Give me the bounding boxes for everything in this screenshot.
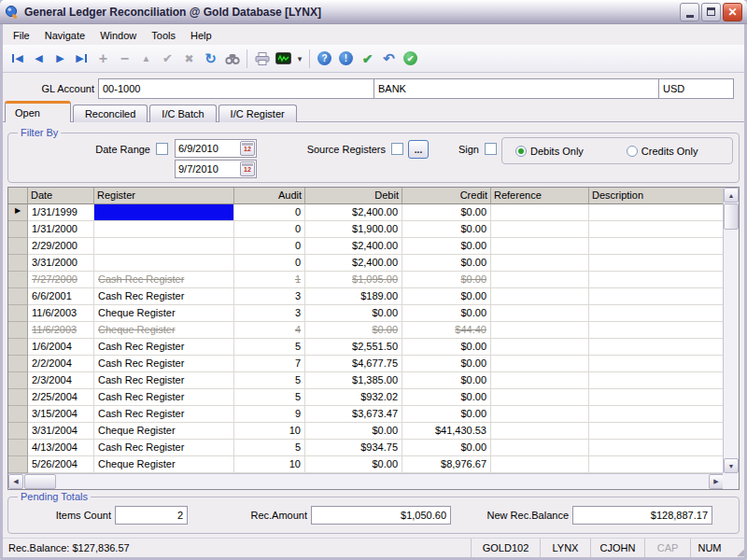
cell-date[interactable]: 2/3/2004 xyxy=(28,372,94,389)
cell-debit[interactable]: $0.00 xyxy=(305,423,402,440)
cell-debit[interactable]: $2,400.00 xyxy=(305,204,402,221)
print-button[interactable] xyxy=(251,49,273,69)
source-registers-checkbox[interactable] xyxy=(391,143,403,155)
cell-audit[interactable]: 5 xyxy=(234,389,305,406)
resize-grip-icon[interactable]: ◢ xyxy=(728,539,744,557)
cell-credit[interactable]: $0.00 xyxy=(402,389,491,406)
cell-register[interactable]: Cash Rec Register xyxy=(94,356,234,372)
cell-reference[interactable] xyxy=(491,389,589,406)
row-selector[interactable] xyxy=(8,406,28,423)
date-from-input[interactable] xyxy=(176,143,240,154)
gl-account-code-input[interactable] xyxy=(98,78,374,99)
cell-reference[interactable] xyxy=(491,322,589,339)
cell-register[interactable]: Cash Rec Register xyxy=(94,389,234,406)
calendar-icon[interactable] xyxy=(240,141,255,156)
cell-audit[interactable]: 0 xyxy=(234,255,305,272)
vertical-scroll-thumb[interactable] xyxy=(724,203,739,230)
date-range-checkbox[interactable] xyxy=(156,143,168,155)
column-header-description[interactable]: Description xyxy=(589,188,723,204)
cell-register[interactable]: Cheque Register xyxy=(94,456,234,473)
cell-credit[interactable]: $0.00 xyxy=(402,221,491,238)
cell-debit[interactable]: $1,900.00 xyxy=(305,221,402,238)
menu-tools[interactable]: Tools xyxy=(144,27,183,44)
row-selector[interactable] xyxy=(8,305,28,322)
calendar-icon[interactable] xyxy=(240,161,255,176)
row-selector[interactable] xyxy=(8,322,28,339)
cell-description[interactable] xyxy=(589,288,723,305)
cell-date[interactable]: 2/29/2000 xyxy=(28,238,94,255)
about-button[interactable]: ! xyxy=(335,49,357,69)
cell-credit[interactable]: $0.00 xyxy=(402,238,491,255)
cell-date[interactable]: 11/6/2003 xyxy=(28,322,94,339)
cell-reference[interactable] xyxy=(491,456,589,473)
insert-record-button[interactable]: + xyxy=(92,49,114,69)
cell-date[interactable]: 11/6/2003 xyxy=(28,305,94,322)
cell-date[interactable]: 2/25/2004 xyxy=(28,389,94,406)
cell-debit[interactable]: $0.00 xyxy=(305,456,402,473)
cell-audit[interactable]: 3 xyxy=(234,288,305,305)
cell-date[interactable]: 1/6/2004 xyxy=(28,339,94,356)
cell-register[interactable]: Cheque Register xyxy=(94,322,234,339)
help-button[interactable]: ? xyxy=(314,49,335,69)
cell-debit[interactable]: $934.75 xyxy=(305,440,402,456)
cell-debit[interactable]: $3,673.47 xyxy=(305,406,402,423)
cell-date[interactable]: 1/31/2000 xyxy=(28,221,94,238)
column-header-register[interactable]: Register xyxy=(94,188,234,204)
cell-description[interactable] xyxy=(589,406,723,423)
cell-debit[interactable]: $2,400.00 xyxy=(305,255,402,272)
cell-reference[interactable] xyxy=(491,204,589,221)
row-selector[interactable] xyxy=(8,372,28,389)
cell-reference[interactable] xyxy=(491,406,589,423)
cell-reference[interactable] xyxy=(491,372,589,389)
cell-description[interactable] xyxy=(589,255,723,272)
tab-ic-batch[interactable]: I/C Batch xyxy=(149,105,216,122)
cell-credit[interactable]: $0.00 xyxy=(402,255,491,272)
row-selector[interactable] xyxy=(8,238,28,255)
cell-credit[interactable]: $44.40 xyxy=(402,322,491,339)
menu-navigate[interactable]: Navigate xyxy=(37,27,92,44)
minimize-button[interactable] xyxy=(680,3,699,21)
cell-audit[interactable]: 0 xyxy=(234,221,305,238)
cell-reference[interactable] xyxy=(491,305,589,322)
refresh-button[interactable]: ↻ xyxy=(200,49,221,69)
rec-amount-field[interactable] xyxy=(311,506,451,525)
cell-date[interactable]: 1/31/1999 xyxy=(28,204,94,221)
items-count-field[interactable] xyxy=(115,506,188,525)
cancel-changes-button[interactable]: ✖ xyxy=(178,49,200,69)
cell-description[interactable] xyxy=(589,221,723,238)
cell-date[interactable]: 2/2/2004 xyxy=(28,356,94,372)
cell-register[interactable]: Cash Rec Register xyxy=(94,339,234,356)
post-record-button[interactable]: ✔ xyxy=(157,49,178,69)
row-selector[interactable] xyxy=(8,255,28,272)
row-selector[interactable] xyxy=(8,339,28,356)
close-button[interactable]: ✕ xyxy=(723,3,742,21)
cell-reference[interactable] xyxy=(491,423,589,440)
delete-record-button[interactable]: − xyxy=(114,49,135,69)
column-header-audit[interactable]: Audit xyxy=(234,188,305,204)
cell-audit[interactable]: 9 xyxy=(234,406,305,423)
cell-audit[interactable]: 0 xyxy=(234,238,305,255)
debits-only-option[interactable]: Debits Only xyxy=(515,146,584,157)
cell-reference[interactable] xyxy=(491,339,589,356)
source-registers-browse-button[interactable]: ... xyxy=(408,140,429,159)
cell-date[interactable]: 3/31/2000 xyxy=(28,255,94,272)
cell-credit[interactable]: $0.00 xyxy=(402,406,491,423)
cell-audit[interactable]: 5 xyxy=(234,339,305,356)
screen-options-dropdown-button[interactable]: ▾ xyxy=(294,49,305,69)
cell-audit[interactable]: 4 xyxy=(234,322,305,339)
cell-date[interactable]: 5/26/2004 xyxy=(28,456,94,473)
cell-register[interactable]: Cash Rec Register xyxy=(94,440,234,456)
cell-register[interactable]: Cheque Register xyxy=(94,305,234,322)
scroll-left-button[interactable]: ◀ xyxy=(8,474,23,489)
row-selector[interactable] xyxy=(8,423,28,440)
column-header-debit[interactable]: Debit xyxy=(305,188,402,204)
cell-description[interactable] xyxy=(589,204,723,221)
cell-register[interactable] xyxy=(94,204,234,221)
cell-debit[interactable]: $2,551.50 xyxy=(305,339,402,356)
cell-register[interactable] xyxy=(94,255,234,272)
cell-debit[interactable]: $932.02 xyxy=(305,389,402,406)
gl-account-currency-input[interactable] xyxy=(658,78,734,99)
cell-description[interactable] xyxy=(589,339,723,356)
cell-description[interactable] xyxy=(589,440,723,456)
cell-audit[interactable]: 1 xyxy=(234,272,305,288)
